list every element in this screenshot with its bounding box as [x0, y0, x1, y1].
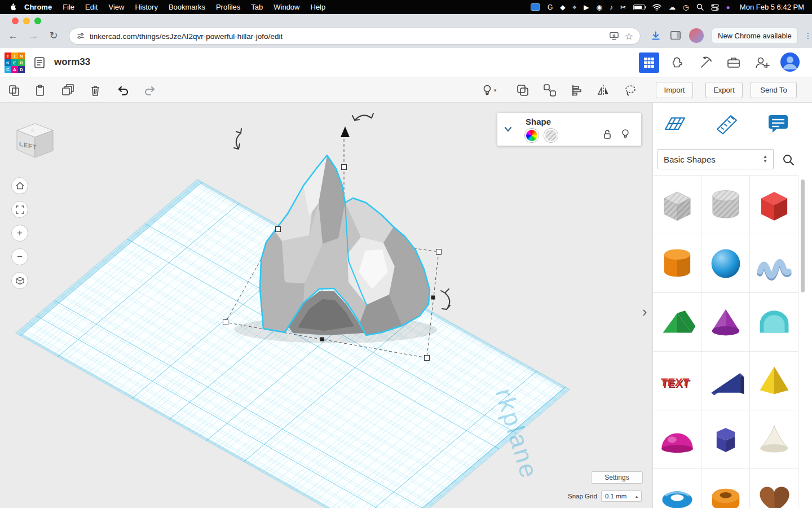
import-button[interactable]: Import [656, 82, 693, 98]
briefcase-icon[interactable] [726, 55, 741, 70]
scale-handle-front[interactable] [425, 356, 430, 361]
back-button[interactable]: ← [5, 27, 21, 44]
copy-icon[interactable] [6, 82, 23, 99]
shape-tile-torus[interactable] [653, 469, 701, 508]
3d-viewport[interactable]: rkplane [0, 103, 652, 508]
app-icon[interactable]: ◆ [560, 4, 565, 11]
window-minimize-button[interactable] [23, 17, 30, 24]
window-close-button[interactable] [12, 17, 19, 24]
height-handle[interactable] [342, 165, 347, 170]
group-icon[interactable] [514, 82, 531, 99]
edge-handle-front-left[interactable] [320, 338, 324, 341]
google-icon[interactable]: G [548, 4, 553, 11]
ungroup-icon[interactable] [541, 82, 558, 99]
shape-tile-box-hole[interactable] [653, 176, 701, 234]
shape-tile-pyramid[interactable] [750, 352, 798, 410]
design-properties-icon[interactable] [33, 56, 46, 69]
menu-help[interactable]: Help [311, 3, 326, 11]
menu-history[interactable]: History [135, 3, 157, 11]
record-icon[interactable]: ◉ [597, 4, 602, 11]
shape-tile-polygon[interactable] [701, 410, 749, 468]
selected-model[interactable] [260, 155, 430, 335]
scale-handle-left[interactable] [223, 320, 228, 325]
shape-tile-heart[interactable] [750, 469, 798, 508]
minecraft-pickaxe-icon[interactable] [698, 55, 713, 70]
assistant-icon[interactable]: ● [726, 4, 730, 11]
url-text[interactable]: tinkercad.com/things/esJzeAI2qvr-powerfu… [90, 32, 283, 41]
ruler-tool-icon[interactable] [714, 111, 740, 137]
chip-menu-icon[interactable]: ⋮ [804, 31, 812, 40]
duplicate-icon[interactable] [60, 82, 77, 99]
shape-search-button[interactable] [780, 152, 796, 168]
shape-tile-cylinder-hole[interactable] [701, 176, 749, 234]
shape-tile-wedge[interactable] [701, 352, 749, 410]
snap-grid-select[interactable]: 0.1 mm ▴ [601, 491, 642, 502]
window-zoom-button[interactable] [34, 17, 41, 24]
tinkercad-logo[interactable]: TIN KER CAD [5, 52, 25, 73]
menu-view[interactable]: View [108, 3, 124, 11]
hole-swatch[interactable] [544, 129, 558, 142]
shape-tile-text[interactable]: TEXTTEXT [653, 352, 701, 410]
visibility-bulb-icon[interactable] [620, 128, 630, 140]
shape-tile-box[interactable] [750, 176, 798, 234]
screen-mirroring-icon[interactable] [531, 3, 540, 11]
play-icon[interactable]: ▶ [584, 4, 589, 11]
perspective-toggle-button[interactable] [11, 272, 28, 289]
menu-profiles[interactable]: Profiles [216, 3, 240, 11]
menubar-clock[interactable]: Mon Feb 5 6:42 PM [740, 3, 804, 11]
lasso-select-icon[interactable] [622, 82, 639, 99]
side-panel-icon[interactable] [670, 30, 681, 41]
scale-handle-back[interactable] [276, 227, 281, 232]
shape-tile-paraboloid[interactable] [750, 410, 798, 468]
show-hide-bulb-icon[interactable]: ▾ [476, 82, 501, 99]
align-icon[interactable] [568, 82, 585, 99]
panel-collapse-handle[interactable]: › [638, 296, 651, 327]
shape-tile-round-roof[interactable] [750, 293, 798, 351]
install-icon[interactable] [609, 32, 619, 41]
bookmark-star-icon[interactable]: ☆ [625, 30, 633, 42]
collapse-panel-chevron-icon[interactable] [503, 124, 513, 134]
location-icon[interactable]: ⌖ [573, 4, 577, 11]
shape-tile-cone[interactable] [701, 293, 749, 351]
mirror-icon[interactable] [595, 82, 612, 99]
send-to-button[interactable]: Send To [751, 82, 797, 98]
wifi-icon[interactable] [652, 4, 661, 11]
history-icon[interactable]: ◷ [683, 4, 689, 11]
shape-tile-sphere[interactable] [701, 234, 749, 292]
shape-tile-tube[interactable] [701, 469, 749, 508]
downloads-icon[interactable] [650, 29, 662, 42]
forward-button[interactable]: → [25, 27, 42, 44]
address-bar[interactable]: tinkercad.com/things/esJzeAI2qvr-powerfu… [69, 28, 641, 45]
chrome-update-chip[interactable]: New Chrome available [712, 28, 798, 44]
export-button[interactable]: Export [705, 82, 743, 98]
rotate-handle-right[interactable] [441, 289, 450, 309]
menu-window[interactable]: Window [273, 3, 299, 11]
redo-icon[interactable] [141, 82, 158, 99]
cut-icon[interactable]: ✂ [620, 4, 626, 11]
fit-view-button[interactable] [11, 201, 28, 218]
account-avatar[interactable] [780, 52, 800, 72]
paste-icon[interactable] [32, 82, 48, 99]
settings-button[interactable]: Settings [591, 471, 643, 484]
shape-tile-cylinder[interactable] [653, 234, 701, 292]
workplane-tool-icon[interactable] [662, 111, 688, 137]
menu-bookmarks[interactable]: Bookmarks [169, 3, 205, 11]
shape-tile-half-sphere[interactable] [653, 410, 701, 468]
cloud-icon[interactable]: ☁ [669, 4, 676, 11]
sim-lab-icon[interactable] [670, 55, 685, 70]
rotate-handle-left[interactable] [234, 129, 241, 149]
shape-category-select[interactable]: Basic Shapes ▲▼ [657, 149, 774, 169]
notes-tool-icon[interactable] [765, 111, 791, 137]
editor-grid-button[interactable] [639, 52, 659, 73]
lock-icon[interactable] [602, 129, 612, 140]
volume-icon[interactable]: ♪ [610, 4, 613, 11]
zoom-out-button[interactable]: − [11, 248, 28, 265]
color-swatch[interactable] [525, 129, 539, 142]
zoom-in-button[interactable]: + [11, 225, 28, 242]
add-collaborator-icon[interactable] [754, 55, 769, 70]
site-settings-icon[interactable] [76, 32, 85, 41]
raise-handle-cone[interactable] [341, 126, 350, 137]
rotate-handle-top[interactable] [352, 113, 373, 120]
delete-icon[interactable] [87, 82, 104, 99]
apple-menu-icon[interactable] [9, 3, 16, 11]
